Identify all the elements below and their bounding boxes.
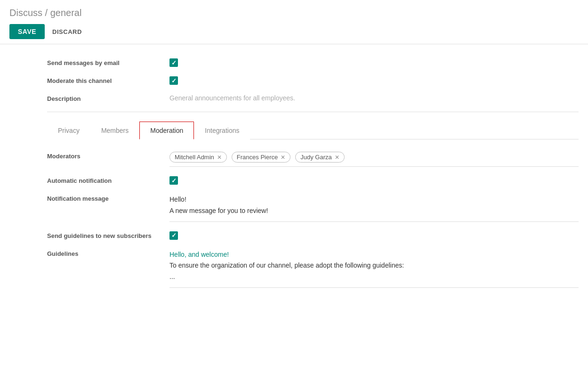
moderate-this-channel-row: Moderate this channel	[47, 72, 579, 90]
moderator-name-1: Frances Pierce	[237, 154, 278, 161]
send-messages-by-email-row: Send messages by email	[47, 54, 579, 72]
guidelines-row: Guidelines Hello, and welcome! To ensure…	[47, 245, 579, 293]
notification-message-label: Notification message	[47, 194, 169, 202]
notification-message-value: Hello! A new message for you to review!	[169, 194, 579, 222]
moderator-tag-1: Frances Pierce ✕	[232, 152, 290, 163]
save-button[interactable]: SAVE	[9, 24, 45, 39]
send-messages-by-email-value	[169, 58, 579, 67]
moderators-row: Moderators Mitchell Admin ✕ Frances Pier…	[47, 147, 579, 172]
breadcrumb: Discuss / general	[9, 8, 579, 18]
guidelines-value: Hello, and welcome! To ensure the organi…	[169, 249, 579, 288]
moderators-tags: Mitchell Admin ✕ Frances Pierce ✕ Judy G…	[169, 152, 579, 167]
moderator-tag-2: Judy Garza ✕	[295, 152, 344, 163]
notification-line-1: Hello!	[169, 194, 579, 205]
automatic-notification-row: Automatic notification	[47, 172, 579, 189]
guidelines-label: Guidelines	[47, 249, 169, 257]
moderator-remove-2[interactable]: ✕	[335, 154, 339, 161]
moderate-this-channel-value	[169, 76, 579, 85]
guidelines-content: Hello, and welcome! To ensure the organi…	[169, 249, 579, 283]
description-row: Description General announcements for al…	[47, 90, 579, 107]
send-guidelines-label: Send guidelines to new subscribers	[47, 231, 169, 239]
main-content: Send messages by email Moderate this cha…	[0, 44, 588, 293]
send-messages-by-email-checkbox[interactable]	[169, 58, 178, 67]
moderator-remove-1[interactable]: ✕	[281, 154, 285, 161]
send-guidelines-value	[169, 231, 579, 240]
description-value: General announcements for all employees.	[169, 94, 579, 102]
guidelines-line-2: To ensure the organization of our channe…	[169, 260, 579, 271]
moderator-remove-0[interactable]: ✕	[217, 154, 222, 161]
notification-message-content: Hello! A new message for you to review!	[169, 194, 579, 217]
moderate-this-channel-label: Moderate this channel	[47, 76, 169, 84]
send-guidelines-checkbox[interactable]	[169, 231, 178, 240]
divider-1	[47, 112, 579, 112]
moderator-name-0: Mitchell Admin	[175, 154, 214, 161]
automatic-notification-value	[169, 176, 579, 185]
tab-privacy[interactable]: Privacy	[47, 122, 90, 139]
description-label: Description	[47, 94, 169, 102]
breadcrumb-separator: /	[42, 8, 50, 18]
tabs-bar: Privacy Members Moderation Integrations	[47, 122, 579, 139]
guidelines-line-1: Hello, and welcome!	[169, 249, 579, 261]
breadcrumb-current: general	[50, 8, 82, 18]
tab-integrations[interactable]: Integrations	[194, 122, 250, 139]
discard-button[interactable]: DISCARD	[52, 28, 82, 35]
moderator-tag-0: Mitchell Admin ✕	[169, 152, 227, 163]
moderators-label: Moderators	[47, 152, 169, 160]
moderate-this-channel-checkbox[interactable]	[169, 76, 178, 85]
send-guidelines-row: Send guidelines to new subscribers	[47, 227, 579, 245]
guidelines-line-3: ...	[169, 271, 579, 283]
moderation-section: Moderators Mitchell Admin ✕ Frances Pier…	[47, 139, 579, 293]
moderators-field: Mitchell Admin ✕ Frances Pierce ✕ Judy G…	[169, 152, 579, 167]
automatic-notification-label: Automatic notification	[47, 176, 169, 184]
tab-moderation[interactable]: Moderation	[139, 122, 194, 139]
toolbar: SAVE DISCARD	[9, 24, 579, 39]
moderator-name-2: Judy Garza	[300, 154, 331, 161]
send-messages-by-email-label: Send messages by email	[47, 58, 169, 66]
notification-message-row: Notification message Hello! A new messag…	[47, 189, 579, 227]
notification-line-2: A new message for you to review!	[169, 205, 579, 217]
breadcrumb-root: Discuss	[9, 8, 42, 18]
header: Discuss / general SAVE DISCARD	[0, 0, 588, 44]
automatic-notification-checkbox[interactable]	[169, 176, 178, 185]
tab-members[interactable]: Members	[90, 122, 139, 139]
